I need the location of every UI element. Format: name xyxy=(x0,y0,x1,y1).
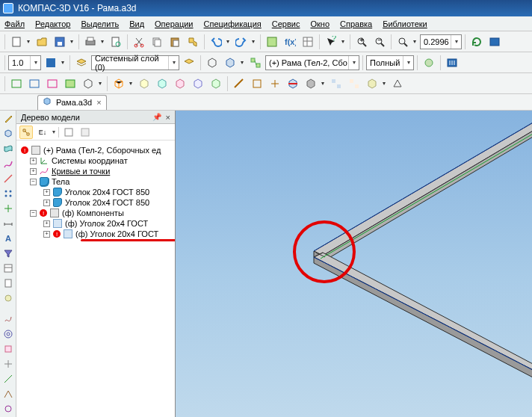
redo-dropdown[interactable] xyxy=(250,34,257,50)
chevron-down-icon[interactable]: ▾ xyxy=(52,129,55,135)
vtool-q7[interactable] xyxy=(1,402,15,416)
material-button[interactable] xyxy=(421,55,437,71)
3d-viewport[interactable] xyxy=(176,111,532,417)
perspective[interactable] xyxy=(389,75,406,92)
refresh-button[interactable] xyxy=(468,34,485,50)
expander-icon[interactable]: − xyxy=(30,210,37,217)
simplify-dropdown[interactable] xyxy=(380,75,388,92)
layer-combo[interactable]: Системный слой (0) ▾ xyxy=(91,55,179,70)
view-opt-e[interactable] xyxy=(208,75,224,92)
grip[interactable] xyxy=(4,34,5,49)
view-opt-b[interactable] xyxy=(154,75,170,92)
sketch-button[interactable] xyxy=(264,34,280,50)
vtool-q3[interactable] xyxy=(1,342,15,356)
tree-mode-list[interactable]: E↓ xyxy=(36,126,49,139)
print-button[interactable] xyxy=(82,34,99,50)
view-shaded-green[interactable] xyxy=(62,75,78,92)
view-iso[interactable] xyxy=(80,75,96,92)
cut-button[interactable] xyxy=(131,34,147,50)
vtool-elem[interactable] xyxy=(1,291,15,305)
help-pointer-button[interactable]: ? xyxy=(323,34,339,50)
undo-button[interactable] xyxy=(208,34,224,50)
view-wireframe[interactable] xyxy=(111,75,127,92)
vtool-filter[interactable] xyxy=(1,247,15,260)
zoom-in-button[interactable]: + xyxy=(353,34,370,50)
measure-c[interactable] xyxy=(267,75,283,92)
tree-component-1[interactable]: + (ф) Уголок 20x4 ГОСТ xyxy=(18,218,173,229)
zoom-level-combo[interactable]: 0.2996 ▾ xyxy=(420,34,462,49)
menu-file[interactable]: Файл xyxy=(4,19,25,28)
layer-manager-button[interactable] xyxy=(73,55,90,71)
shade-mode[interactable] xyxy=(303,75,319,92)
view-wireframe-dropdown[interactable] xyxy=(127,75,134,92)
tree-mode-structure[interactable] xyxy=(19,126,33,139)
shade-dropdown[interactable] xyxy=(319,75,327,92)
expander-icon[interactable]: + xyxy=(30,158,37,164)
explode-b[interactable] xyxy=(346,75,362,92)
format-painter-button[interactable] xyxy=(185,34,201,50)
vtool-q5[interactable] xyxy=(1,372,15,386)
tree-more-button[interactable] xyxy=(78,126,92,139)
expander-icon[interactable]: + xyxy=(43,231,50,238)
color-dropdown[interactable] xyxy=(59,55,66,71)
variables-button[interactable] xyxy=(300,34,316,50)
redo-button[interactable] xyxy=(233,34,250,50)
view-opt-a[interactable] xyxy=(136,75,152,92)
vtool-surface[interactable] xyxy=(1,142,15,155)
view-wire-blue[interactable] xyxy=(26,75,43,92)
line-weight-combo[interactable]: 1.0 ▾ xyxy=(8,55,41,70)
help-dropdown[interactable] xyxy=(339,34,347,50)
orientation-button[interactable] xyxy=(222,55,238,71)
undo-dropdown[interactable] xyxy=(224,34,232,50)
vtool-aux[interactable] xyxy=(1,202,15,215)
expander-icon[interactable]: − xyxy=(30,179,37,185)
paste-button[interactable] xyxy=(167,34,183,50)
vtool-array[interactable] xyxy=(1,187,15,200)
print-dropdown[interactable] xyxy=(99,34,106,50)
tree-bodies[interactable]: − Тела xyxy=(18,176,173,187)
vtool-dim[interactable] xyxy=(1,217,15,230)
view-wire-multi[interactable] xyxy=(44,75,61,92)
color-chooser-button[interactable] xyxy=(43,55,59,71)
fx-button[interactable]: f(x) xyxy=(282,34,298,50)
layers-button[interactable] xyxy=(181,55,197,71)
vtool-q4[interactable] xyxy=(1,357,15,371)
expander-icon[interactable]: + xyxy=(43,200,50,206)
vtool-q6[interactable] xyxy=(1,387,15,401)
new-button[interactable] xyxy=(8,34,25,50)
save-dropdown[interactable] xyxy=(68,34,75,50)
menu-edit[interactable]: Редактор xyxy=(35,19,70,28)
open-button[interactable] xyxy=(34,34,50,50)
vtool-curve[interactable] xyxy=(1,157,15,170)
assembly-combo[interactable]: (+) Рама (Тел-2, Сбо ▾ xyxy=(265,55,359,70)
pin-icon[interactable]: 📌 xyxy=(152,113,161,121)
print-preview-button[interactable] xyxy=(108,34,124,50)
vtool-body[interactable] xyxy=(1,127,15,140)
explode-a[interactable] xyxy=(328,75,344,92)
save-button[interactable] xyxy=(52,34,68,50)
zoom-fit-dropdown[interactable] xyxy=(411,34,418,50)
tree-props-button[interactable] xyxy=(62,126,75,139)
vtool-q2[interactable] xyxy=(1,327,15,341)
assembly-tree-button[interactable] xyxy=(247,55,264,71)
tree-component-2[interactable]: + ! (ф) Уголок 20x4 ГОСТ xyxy=(18,229,173,239)
close-icon[interactable]: × xyxy=(166,113,170,122)
tree-components[interactable]: − ! (ф) Компоненты xyxy=(18,208,173,218)
view-iso-dropdown[interactable] xyxy=(96,75,104,92)
render-mode-combo[interactable]: Полный ▾ xyxy=(366,55,414,70)
vtool-text[interactable]: A xyxy=(1,232,15,245)
view-opt-d[interactable] xyxy=(190,75,206,92)
copy-button[interactable] xyxy=(149,34,165,50)
vtool-report[interactable] xyxy=(1,277,15,290)
grip[interactable] xyxy=(4,76,5,91)
tree-root[interactable]: ! (+) Рама (Тел-2, Сборочных ед xyxy=(18,145,173,155)
vtool-spec[interactable] xyxy=(1,262,15,275)
expander-icon[interactable]: + xyxy=(43,220,50,227)
close-icon[interactable]: × xyxy=(96,98,101,107)
menu-libraries[interactable]: Библиотеки xyxy=(383,19,427,28)
measure-b[interactable] xyxy=(249,75,265,92)
vtool-line[interactable] xyxy=(1,172,15,185)
simplify[interactable] xyxy=(364,75,380,92)
library-button[interactable] xyxy=(444,55,460,71)
fullscreen-button[interactable] xyxy=(486,34,503,50)
